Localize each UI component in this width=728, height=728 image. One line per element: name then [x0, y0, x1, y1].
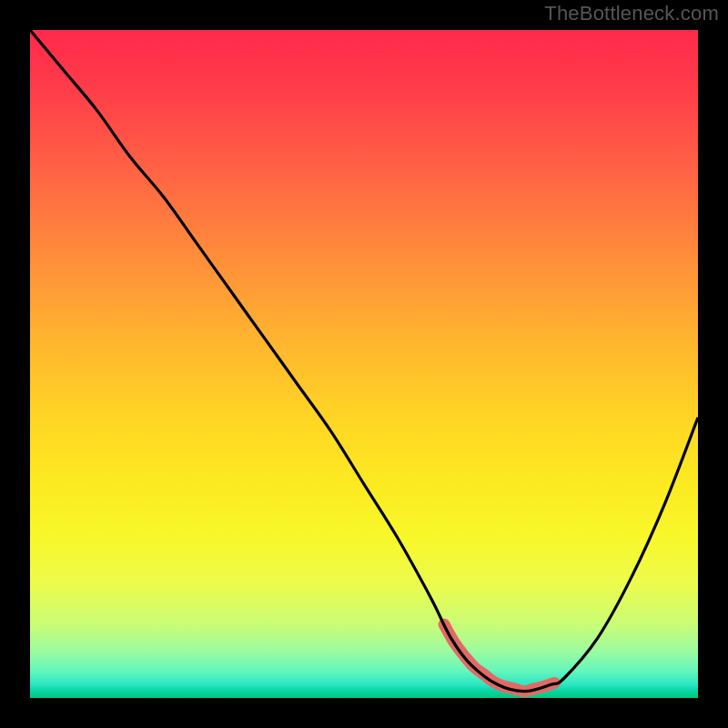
chart-frame: TheBottleneck.com: [0, 0, 728, 728]
curve-svg: [30, 30, 698, 698]
plot-area: [30, 30, 698, 698]
optimal-band: [444, 624, 554, 691]
bottleneck-curve-line: [30, 30, 698, 692]
attribution-text: TheBottleneck.com: [544, 2, 719, 25]
